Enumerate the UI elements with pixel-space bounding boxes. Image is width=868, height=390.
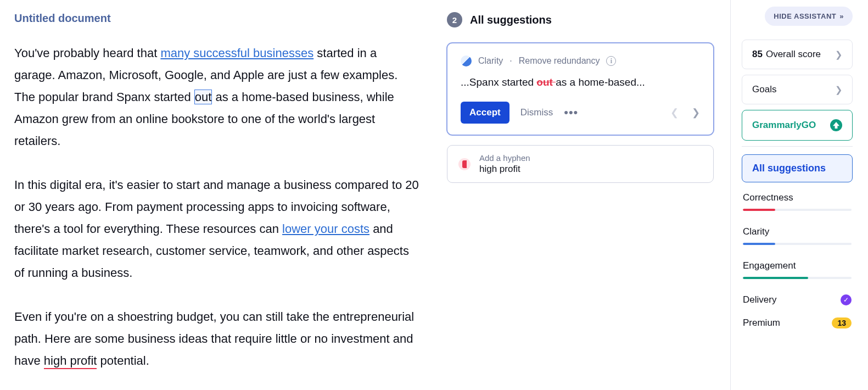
category-label: Delivery: [743, 294, 776, 305]
prev-suggestion-icon[interactable]: ❮: [670, 107, 679, 119]
strikethrough-text: out: [536, 76, 556, 88]
suggestion-nav: ❮ ❯: [670, 107, 700, 119]
suggestion-text: high profit: [479, 164, 530, 175]
highlight-clarity-out[interactable]: out: [194, 90, 212, 104]
overall-score-card[interactable]: 85Overall score ❯: [742, 40, 853, 69]
text: You've probably heard that: [14, 46, 160, 60]
suggestion-card-clarity[interactable]: Clarity · Remove redundancy i ...Spanx s…: [447, 43, 714, 135]
chevron-right-icon: ❯: [835, 49, 842, 60]
editor-pane: Untitled document You've probably heard …: [0, 0, 434, 390]
next-suggestion-icon[interactable]: ❯: [692, 107, 700, 119]
suggestion-preview: ...Spanx started out as a home-based...: [461, 76, 700, 88]
dismiss-button[interactable]: Dismiss: [520, 107, 553, 118]
score-text: 85Overall score: [752, 49, 821, 60]
divider: [742, 146, 853, 147]
chevron-right-icon: »: [839, 12, 844, 20]
filter-all-suggestions[interactable]: All suggestions: [742, 154, 853, 182]
assistant-sidebar: HIDE ASSISTANT » 85Overall score ❯ Goals…: [730, 0, 868, 390]
premium-count-badge: 13: [832, 317, 852, 328]
hide-assistant-button[interactable]: HIDE ASSISTANT »: [765, 7, 853, 26]
grammarly-go-icon: [830, 119, 842, 131]
hide-assistant-label: HIDE ASSISTANT: [774, 12, 836, 20]
goals-label: Goals: [752, 84, 776, 95]
grammarly-go-label: GrammarlyGO: [752, 120, 816, 131]
clarity-icon: [461, 55, 472, 66]
filter-label: All suggestions: [752, 163, 826, 174]
correctness-bar: [743, 209, 852, 211]
category-label: Clarity: [743, 226, 769, 237]
category-premium[interactable]: Premium 13: [742, 317, 853, 328]
suggestion-card-correctness[interactable]: Add a hyphen high profit: [447, 145, 714, 183]
category-label: Correctness: [743, 192, 793, 203]
chevron-right-icon: ❯: [835, 85, 842, 95]
text: as a home-based...: [556, 76, 645, 88]
category-clarity[interactable]: Clarity: [742, 226, 853, 245]
suggestions-header: 2 All suggestions: [447, 12, 714, 27]
more-options-icon[interactable]: •••: [564, 105, 578, 120]
category-correctness[interactable]: Correctness: [742, 192, 853, 211]
accept-button[interactable]: Accept: [461, 102, 509, 124]
clarity-bar: [743, 243, 852, 245]
correctness-icon: [458, 158, 471, 170]
engagement-bar: [743, 277, 852, 279]
suggestions-pane: 2 All suggestions Clarity · Remove redun…: [434, 0, 730, 390]
grammarly-go-card[interactable]: GrammarlyGO: [742, 110, 853, 141]
text: ...Spanx started: [461, 76, 536, 88]
highlight-correctness-high-profit[interactable]: high profit: [44, 354, 97, 369]
link-lower-costs[interactable]: lower your costs: [282, 222, 369, 236]
paragraph[interactable]: You've probably heard that many successf…: [14, 42, 421, 152]
suggestion-category: Clarity: [478, 56, 503, 66]
score-value: 85: [752, 49, 763, 59]
category-engagement[interactable]: Engagement: [742, 260, 853, 279]
check-icon: ✓: [841, 294, 852, 305]
separator: ·: [509, 56, 512, 66]
suggestion-rule: Remove redundancy: [519, 56, 600, 66]
suggestions-count-badge: 2: [447, 12, 462, 27]
score-label: Overall score: [766, 49, 821, 59]
category-label: Premium: [743, 317, 780, 328]
paragraph[interactable]: In this digital era, it's easier to star…: [14, 174, 421, 284]
sidebar-list: 85Overall score ❯ Goals ❯ GrammarlyGO Al…: [742, 40, 853, 328]
suggestions-heading: All suggestions: [470, 14, 552, 26]
document-body[interactable]: You've probably heard that many successf…: [14, 42, 421, 372]
info-icon[interactable]: i: [606, 56, 616, 66]
category-label: Engagement: [743, 260, 796, 271]
suggestion-actions: Accept Dismiss ••• ❮ ❯: [461, 102, 700, 124]
suggestion-tag: Clarity · Remove redundancy i: [461, 55, 700, 66]
suggestion-rule: Add a hyphen: [479, 153, 530, 163]
collapsed-content: Add a hyphen high profit: [479, 153, 530, 175]
goals-card[interactable]: Goals ❯: [742, 75, 853, 104]
link-successful-businesses[interactable]: many successful businesses: [160, 46, 313, 60]
document-title[interactable]: Untitled document: [14, 12, 422, 25]
category-delivery[interactable]: Delivery ✓: [742, 294, 853, 305]
paragraph[interactable]: Even if you're on a shoestring budget, y…: [14, 306, 421, 372]
text: potential.: [97, 354, 149, 367]
